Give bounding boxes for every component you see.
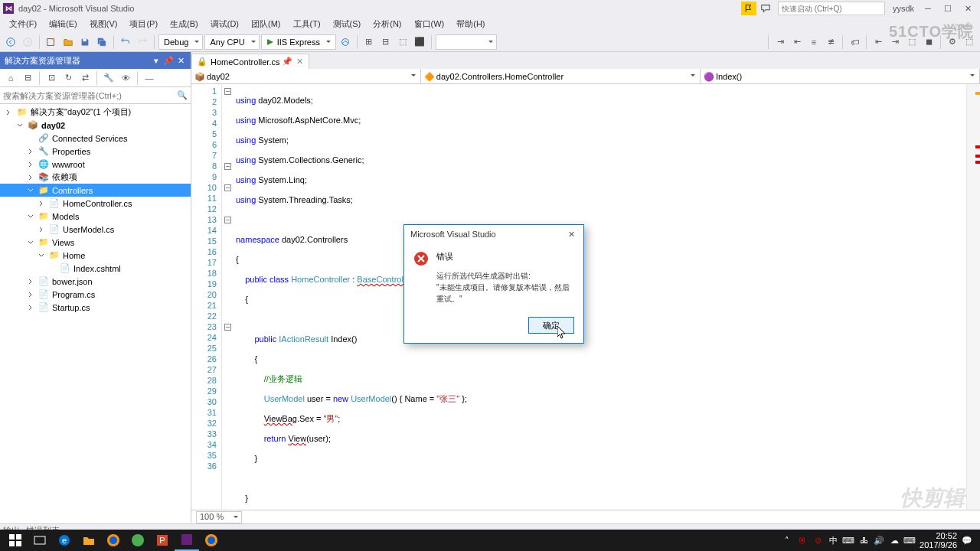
tree-project[interactable]: 📦day02 (0, 119, 191, 132)
tb-icon-3[interactable]: ⬚ (395, 34, 410, 50)
run-button[interactable]: IIS Express (261, 34, 336, 50)
preview-icon[interactable]: 👁 (118, 70, 133, 86)
tray-defender-icon[interactable]: ⛨ (797, 535, 808, 546)
config-dropdown[interactable]: Debug (158, 34, 203, 50)
solution-search[interactable]: 🔍 (0, 87, 191, 104)
tray-notifications-icon[interactable]: 💬 (962, 535, 972, 546)
minimize-button[interactable]: ─ (919, 2, 937, 15)
tree-index-cshtml[interactable]: 📄Index.cshtml (0, 262, 191, 275)
filter-icon[interactable]: — (142, 70, 157, 86)
feedback-icon[interactable] (758, 2, 773, 15)
taskbar-firefox[interactable] (101, 530, 126, 551)
platform-dropdown[interactable]: Any CPU (204, 34, 259, 50)
tree-controllers[interactable]: 📁Controllers (0, 184, 191, 197)
tab-homecontroller[interactable]: 🔒 HomeController.cs 📌 ✕ (191, 54, 309, 69)
taskbar-edge[interactable]: e (52, 530, 77, 551)
open-button[interactable] (60, 34, 76, 50)
tree-homecontroller[interactable]: 📄HomeController.cs (0, 197, 191, 210)
code-content[interactable]: using day02.Models; using Microsoft.AspN… (233, 84, 966, 510)
tree-properties[interactable]: 🔧Properties (0, 145, 191, 158)
save-all-button[interactable] (94, 34, 109, 50)
tree-dependencies[interactable]: 📚依赖项 (0, 171, 191, 184)
tray-clock[interactable]: 20:52 2017/9/26 (920, 531, 957, 549)
tb-icon-4[interactable]: ⬛ (412, 34, 427, 50)
panel-dropdown-icon[interactable]: ▾ (151, 55, 162, 66)
tray-chevron-icon[interactable]: ˄ (782, 535, 792, 546)
tree-bower[interactable]: 📄bower.json (0, 275, 191, 288)
refresh-icon[interactable]: ↻ (60, 70, 76, 86)
tray-stop-icon[interactable]: ⊘ (812, 535, 823, 546)
zoom-dropdown[interactable]: 100 % (196, 511, 242, 523)
dialog-close-button[interactable]: ✕ (565, 228, 577, 240)
undo-button[interactable] (118, 34, 133, 50)
maximize-button[interactable]: ☐ (939, 2, 957, 15)
code-editor[interactable]: 1234567891011121314151617181920212223242… (191, 84, 980, 510)
dialog-title-bar[interactable]: Microsoft Visual Studio ✕ (404, 225, 583, 243)
task-view-button[interactable] (28, 530, 52, 551)
tb-icon-1[interactable]: ⊞ (361, 34, 377, 50)
uncomment-button[interactable]: ≢ (823, 34, 838, 50)
save-button[interactable] (77, 34, 93, 50)
solution-search-input[interactable] (3, 91, 177, 100)
menu-edit[interactable]: 编辑(E) (43, 17, 83, 32)
tree-views[interactable]: 📁Views (0, 236, 191, 249)
tray-ime-mode-icon[interactable]: ⌨ (843, 535, 854, 546)
outdent-button[interactable]: ⇤ (871, 34, 886, 50)
tray-volume-icon[interactable]: 🔊 (874, 535, 884, 546)
menu-view[interactable]: 视图(V) (83, 17, 124, 32)
step-icon-2[interactable]: ⇤ (789, 34, 805, 50)
nav-project-dropdown[interactable]: 📦day02 (191, 69, 421, 83)
tree-home-folder[interactable]: 📁Home (0, 249, 191, 262)
nav-method-dropdown[interactable]: 🟣Index() (701, 69, 980, 83)
browser-link-button[interactable] (338, 34, 353, 50)
pin-icon[interactable]: 📌 (283, 57, 292, 67)
panel-close-icon[interactable]: ✕ (175, 55, 186, 66)
tree-solution[interactable]: 📁解决方案"day02"(1 个项目) (0, 106, 191, 119)
properties-icon[interactable]: 🔧 (101, 70, 116, 86)
new-project-button[interactable] (44, 34, 59, 50)
tree-models[interactable]: 📁Models (0, 210, 191, 223)
menu-help[interactable]: 帮助(H) (450, 17, 491, 32)
bookmark-icon[interactable]: ◼ (921, 34, 936, 50)
menu-window[interactable]: 窗口(W) (408, 17, 451, 32)
back-button[interactable] (3, 34, 18, 50)
tray-network-icon[interactable]: 🖧 (858, 535, 869, 546)
menu-tools[interactable]: 工具(T) (287, 17, 327, 32)
bookmark-button[interactable]: 🏷 (847, 34, 862, 50)
sync-icon[interactable]: ⇄ (77, 70, 93, 86)
menu-file[interactable]: 文件(F) (3, 17, 43, 32)
tray-ime-icon[interactable]: 中 (828, 535, 838, 546)
menu-build[interactable]: 生成(B) (164, 17, 204, 32)
home-icon[interactable]: ⌂ (3, 70, 18, 86)
collapse-all-icon[interactable]: ⊟ (20, 70, 35, 86)
step-icon-1[interactable]: ⇥ (773, 34, 788, 50)
menu-test[interactable]: 测试(S) (327, 17, 368, 32)
taskbar-firefox-2[interactable] (199, 530, 224, 551)
tree-wwwroot[interactable]: 🌐wwwroot (0, 158, 191, 171)
redo-button[interactable] (135, 34, 150, 50)
menu-debug[interactable]: 调试(D) (204, 17, 245, 32)
tree-startup[interactable]: 📄Startup.cs (0, 301, 191, 314)
forward-button[interactable] (20, 34, 35, 50)
search-icon[interactable]: 🔍 (177, 90, 188, 100)
taskbar-explorer[interactable] (77, 530, 101, 551)
taskbar-powerpoint[interactable]: P (150, 530, 175, 551)
menu-team[interactable]: 团队(M) (245, 17, 287, 32)
taskbar-app-1[interactable] (126, 530, 150, 551)
quick-launch-input[interactable] (778, 2, 885, 15)
nav-class-dropdown[interactable]: 🔶day02.Controllers.HomeController (421, 69, 701, 83)
taskbar-vs[interactable] (175, 530, 199, 551)
close-icon[interactable]: ✕ (295, 57, 304, 67)
panel-pin-icon[interactable]: 📌 (163, 55, 174, 66)
menu-analyze[interactable]: 分析(N) (367, 17, 407, 32)
comment-button[interactable]: ≡ (806, 34, 822, 50)
close-button[interactable]: ✕ (959, 2, 977, 15)
dialog-ok-button[interactable]: 确定 (528, 317, 574, 334)
tree-usermodel[interactable]: 📄UserModel.cs (0, 223, 191, 236)
tb-icon-2[interactable]: ⊟ (378, 34, 394, 50)
format-button[interactable]: ⬚ (904, 34, 920, 50)
tray-cloud-icon[interactable]: ☁ (889, 535, 900, 546)
tree-program[interactable]: 📄Program.cs (0, 288, 191, 301)
tb-extra-2[interactable]: ⬚ (962, 34, 977, 50)
menu-project[interactable]: 项目(P) (123, 17, 164, 32)
